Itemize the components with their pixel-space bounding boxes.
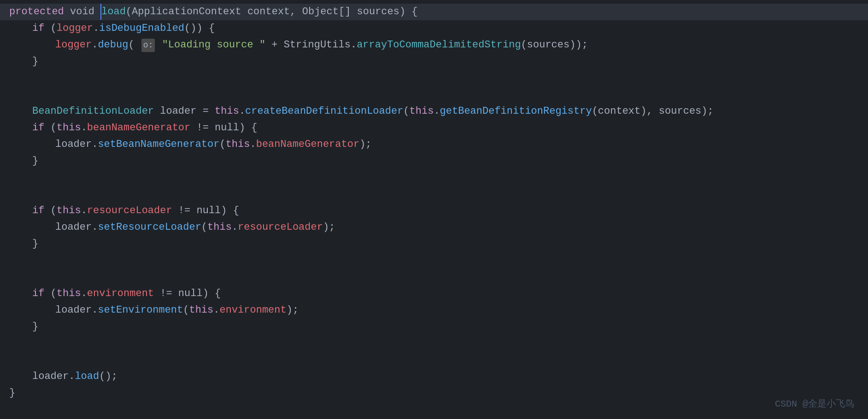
code-token: . (69, 368, 75, 384)
code-token: (sources)); (521, 37, 588, 53)
code-token: load (75, 368, 99, 384)
code-line: loader.setResourceLoader(this.resourceLo… (0, 219, 868, 236)
code-line (0, 352, 868, 368)
code-token: ( (44, 120, 56, 136)
code-line: if (this.beanNameGenerator != null) { (0, 120, 868, 136)
code-token: loader = (154, 103, 215, 119)
code-token: != null) { (172, 203, 239, 219)
code-line: if (this.environment != null) { (0, 285, 868, 302)
code-token: . (250, 136, 256, 152)
code-token: ( (44, 285, 56, 302)
code-token (156, 37, 162, 53)
code-token: ( (201, 219, 207, 235)
code-line (0, 186, 868, 203)
code-token: this (207, 219, 232, 235)
code-token: this (215, 103, 239, 119)
code-line: } (0, 236, 868, 252)
code-line (0, 169, 868, 186)
code-token: createBeanDefinitionLoader (245, 103, 403, 119)
code-token: . (81, 285, 87, 302)
code-token: BeanDefinitionLoader (32, 103, 154, 119)
watermark: CSDN @全是小飞鸟 (775, 397, 854, 412)
code-token: logger (57, 20, 93, 36)
code-token: } (9, 385, 15, 401)
code-token: . (213, 302, 219, 318)
code-token: if (32, 20, 44, 36)
code-token: loader (55, 302, 92, 318)
code-token: . (81, 203, 87, 219)
code-token: loader (55, 136, 92, 152)
code-token: resourceLoader (87, 203, 172, 219)
code-token: != null) { (154, 285, 221, 302)
code-token: beanNameGenerator (87, 120, 190, 136)
code-token: ); (359, 136, 371, 152)
code-token: environment (87, 285, 154, 302)
code-token: ( (128, 37, 140, 53)
code-line: if (this.resourceLoader != null) { (0, 203, 868, 219)
code-token: } (32, 153, 38, 169)
code-token: environment (219, 302, 286, 318)
code-token: . (92, 219, 98, 235)
code-token: isDebugEnabled (99, 20, 184, 36)
code-token: logger (55, 37, 92, 53)
code-token: + StringUtils. (265, 37, 357, 53)
code-token: != null) { (190, 120, 257, 136)
code-line: if (logger.isDebugEnabled()) { (0, 20, 868, 37)
code-token: this (226, 136, 250, 152)
code-token: load (101, 4, 126, 20)
code-token: arrayToCommaDelimitedString (357, 37, 521, 53)
code-token: ( (44, 20, 56, 36)
code-line: } (0, 385, 868, 402)
code-line: BeanDefinitionLoader loader = this.creat… (0, 103, 868, 120)
code-token: beanNameGenerator (256, 136, 359, 152)
code-token: . (239, 103, 245, 119)
code-token: ( (219, 136, 225, 152)
code-token: if (32, 203, 44, 219)
code-line (0, 335, 868, 352)
code-line: } (0, 319, 868, 335)
code-token: ); (323, 219, 335, 235)
code-token: setResourceLoader (98, 219, 201, 235)
code-token: (context), sources); (592, 103, 714, 119)
code-token: this (57, 285, 81, 302)
code-token: ); (287, 302, 299, 318)
code-token: resourceLoader (238, 219, 323, 235)
code-badge: o: (141, 39, 155, 52)
code-line: protected void ​load(ApplicationContext … (0, 4, 868, 20)
code-token: } (32, 53, 38, 70)
code-token: setBeanNameGenerator (98, 136, 219, 152)
code-token: (ApplicationContext context, Object[] so… (126, 4, 418, 20)
code-line: loader.setEnvironment(this.environment); (0, 302, 868, 319)
code-token: . (81, 120, 87, 136)
code-token: . (92, 37, 98, 53)
code-token: getBeanDefinitionRegistry (440, 103, 592, 119)
code-token: this (410, 103, 434, 119)
code-token: ( (44, 203, 56, 219)
code-token: . (93, 20, 99, 36)
code-token: void (64, 4, 100, 20)
code-line: loader.setBeanNameGenerator(this.beanNam… (0, 136, 868, 153)
code-token: (); (99, 368, 117, 384)
code-line: } (0, 153, 868, 169)
code-token: if (32, 285, 44, 302)
code-token: setEnvironment (98, 302, 183, 318)
code-token: . (92, 302, 98, 318)
code-line (0, 269, 868, 285)
code-token: loader (32, 368, 69, 384)
code-line (0, 252, 868, 269)
code-line: } (0, 53, 868, 70)
code-token: if (32, 120, 44, 136)
code-editor: protected void ​load(ApplicationContext … (0, 0, 868, 419)
code-line (0, 70, 868, 87)
code-token: } (32, 236, 38, 252)
code-token: . (434, 103, 440, 119)
code-line: loader.load(); (0, 368, 868, 385)
code-line (0, 87, 868, 103)
code-token: ()) { (184, 20, 215, 36)
code-token: this (189, 302, 213, 318)
code-token: loader (55, 219, 92, 235)
code-token: protected (9, 4, 64, 20)
code-token: this (57, 120, 81, 136)
code-token: . (92, 136, 98, 152)
code-token: "Loading source " (162, 37, 265, 53)
